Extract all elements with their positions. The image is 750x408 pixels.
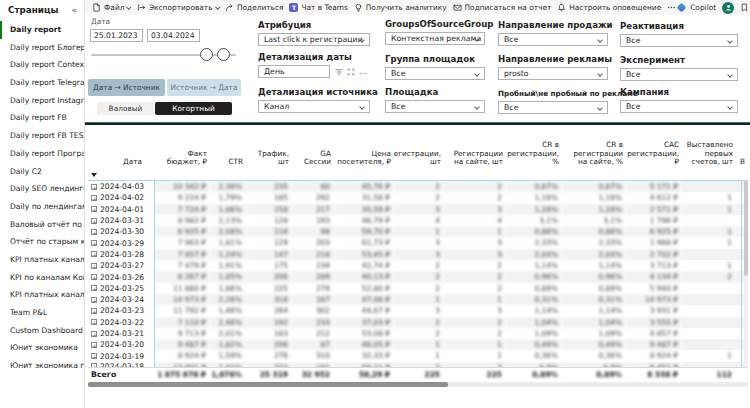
table-cell[interactable]: 2 xyxy=(394,260,444,271)
table-cell[interactable]: 6 925 ₽ xyxy=(154,226,210,237)
table-cell[interactable]: 3 xyxy=(444,249,506,260)
table-cell[interactable]: 8 267 ₽ xyxy=(154,271,210,282)
table-cell[interactable]: 1 xyxy=(394,294,444,305)
expand-icon[interactable]: + xyxy=(91,218,97,224)
expand-icon[interactable]: + xyxy=(91,331,97,337)
sidebar-item[interactable]: Daily по лендингам xyxy=(0,198,84,216)
table-cell[interactable]: 212 xyxy=(292,328,334,339)
row-date-cell[interactable]: +2024-03-25 xyxy=(88,283,154,294)
table-cell[interactable]: 128 xyxy=(246,215,292,226)
column-header[interactable]: CTR xyxy=(210,128,246,170)
source-granularity-dropdown[interactable]: Канал xyxy=(258,100,370,113)
column-header[interactable]: Трафик, шт xyxy=(246,128,292,170)
table-cell[interactable]: 3 555 ₽ xyxy=(626,317,682,328)
column-header[interactable]: CR в регистрации, % xyxy=(506,128,562,170)
table-cell[interactable]: 1 xyxy=(682,260,736,271)
table-cell[interactable]: 193 xyxy=(292,215,334,226)
table-cell[interactable]: 2 xyxy=(394,362,444,367)
table-cell[interactable]: 1,14% xyxy=(562,305,626,316)
table-cell[interactable]: 4 134 ₽ xyxy=(626,271,682,282)
row-date-cell[interactable]: +2024-03-29 xyxy=(88,237,154,248)
table-cell[interactable]: 1,18% xyxy=(506,192,562,203)
table-cell[interactable]: 181 xyxy=(292,362,334,367)
table-cell[interactable]: 1,18% xyxy=(562,192,626,203)
table-cell[interactable]: 0,36% xyxy=(562,350,626,361)
file-button[interactable]: Файл xyxy=(92,3,131,12)
table-cell[interactable]: 116 xyxy=(246,226,292,237)
table-cell[interactable]: 2 xyxy=(444,181,506,192)
expand-icon[interactable]: + xyxy=(91,308,97,314)
table-cell[interactable]: 2 xyxy=(394,283,444,294)
table-cell[interactable]: 58,11 ₽ xyxy=(334,362,394,367)
more-options-button[interactable] xyxy=(667,3,676,12)
table-cell[interactable]: 2,33% xyxy=(562,237,626,248)
column-header[interactable]: CAC регистрации, ₽ xyxy=(626,128,682,170)
table-cell[interactable]: 52,80 ₽ xyxy=(334,283,394,294)
set-alert-button[interactable]: Настроить оповещение xyxy=(557,3,661,12)
table-cell[interactable]: 87 xyxy=(292,339,334,350)
expand-icon[interactable]: + xyxy=(91,206,97,212)
expand-icon[interactable]: + xyxy=(91,353,97,359)
date-slider-handle-right[interactable] xyxy=(217,48,230,61)
table-cell[interactable]: 1,59% xyxy=(210,350,246,361)
table-cell[interactable]: 1,14% xyxy=(562,260,626,271)
table-cell[interactable]: 0,89% xyxy=(506,283,562,294)
table-cell[interactable]: 203 xyxy=(292,237,334,248)
expand-icon[interactable]: + xyxy=(91,285,97,291)
date-range-slider[interactable] xyxy=(91,54,236,56)
toggle-date-to-source[interactable]: Дата → Источник xyxy=(88,79,165,96)
table-cell[interactable]: 1 xyxy=(394,350,444,361)
row-date-cell[interactable]: +2024-04-01 xyxy=(88,204,154,215)
subscribe-button[interactable]: Подписаться на отчет xyxy=(453,3,552,12)
table-cell[interactable]: 1 xyxy=(394,339,444,350)
table-cell[interactable]: 1,14% xyxy=(506,305,562,316)
table-cell[interactable]: 5 940 ₽ xyxy=(626,283,682,294)
table-cell[interactable]: 185 xyxy=(246,192,292,203)
table-cell[interactable]: 1,28% xyxy=(506,204,562,215)
table-cell[interactable]: 7 857 ₽ xyxy=(154,249,210,260)
table-cell[interactable]: 98 xyxy=(292,226,334,237)
table-cell[interactable]: 233 xyxy=(292,317,334,328)
site-group-dropdown[interactable]: Все xyxy=(385,67,485,80)
table-cell[interactable]: 1,91% xyxy=(210,260,246,271)
table-cell[interactable]: 46,05 ₽ xyxy=(334,339,394,350)
table-cell[interactable]: 40,13 ₽ xyxy=(334,271,394,282)
table-cell[interactable]: 1 988 ₽ xyxy=(626,237,682,248)
table-cell[interactable]: 3 xyxy=(394,305,444,316)
table-cell[interactable]: 2 xyxy=(394,317,444,328)
table-cell[interactable]: 10 342 ₽ xyxy=(154,181,210,192)
share-button[interactable]: Поделиться xyxy=(225,3,283,12)
table-cell[interactable]: 183 xyxy=(246,328,292,339)
table-cell[interactable]: 0,31% xyxy=(562,294,626,305)
sidebar-item[interactable]: Daily report Программ... xyxy=(0,145,84,163)
table-cell[interactable]: 1,86% xyxy=(210,204,246,215)
table-cell[interactable]: 1,24% xyxy=(210,249,246,260)
copilot-button[interactable]: Copilot xyxy=(676,3,716,12)
sidebar-item[interactable]: Custom Dashboard Kor... xyxy=(0,322,84,340)
table-cell[interactable]: 2,33% xyxy=(506,237,562,248)
table-cell[interactable]: 2 xyxy=(394,271,444,282)
expand-all-arrow-icon[interactable] xyxy=(91,173,97,177)
table-cell[interactable]: 37,03 ₽ xyxy=(334,317,394,328)
row-date-cell[interactable]: +2024-03-22 xyxy=(88,317,154,328)
toggle-source-to-date[interactable]: Источник → Дата xyxy=(167,79,241,96)
table-cell[interactable]: 1,85% xyxy=(210,271,246,282)
row-date-cell[interactable]: +2024-03-28 xyxy=(88,249,154,260)
table-cell[interactable] xyxy=(682,181,736,192)
expand-icon[interactable]: + xyxy=(91,297,97,303)
table-cell[interactable] xyxy=(682,317,736,328)
table-cell[interactable]: 2,08% xyxy=(210,226,246,237)
table-cell[interactable]: 0,87% xyxy=(562,181,626,192)
sidebar-item[interactable]: Daily report Context Ko.. xyxy=(0,56,84,74)
table-cell[interactable]: 9 487 ₽ xyxy=(154,339,210,350)
row-date-cell[interactable]: +2024-03-27 xyxy=(88,260,154,271)
table-cell[interactable]: 3 713 ₽ xyxy=(626,260,682,271)
table-cell[interactable]: 1,86% xyxy=(210,283,246,294)
table-cell[interactable]: 1 xyxy=(444,294,506,305)
toggle-gross[interactable]: Валовый xyxy=(97,102,154,115)
table-cell[interactable]: 0,9% xyxy=(562,362,626,367)
table-cell[interactable]: 8 924 ₽ xyxy=(154,350,210,361)
table-cell[interactable]: 1,81% xyxy=(210,237,246,248)
sidebar-item[interactable]: Daily report Блогеры xyxy=(0,39,84,57)
row-date-cell[interactable]: +2024-03-20 xyxy=(88,339,154,350)
